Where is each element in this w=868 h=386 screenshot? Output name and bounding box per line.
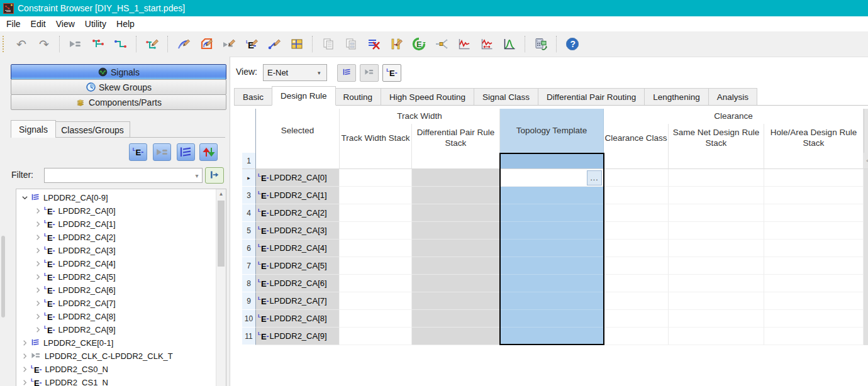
cell-clearance-class[interactable] bbox=[604, 257, 669, 275]
cell-hole-area-design-rule-stack[interactable] bbox=[764, 257, 864, 275]
tree-item[interactable]: LE-LPDDR2_CA[5] bbox=[33, 270, 116, 284]
cell-same-net-design-rule-stack[interactable] bbox=[669, 169, 764, 187]
cell-hole-area-design-rule-stack[interactable] bbox=[764, 169, 864, 187]
left-tab-classes-groups[interactable]: Classes/Groups bbox=[55, 121, 130, 138]
waveform-icon[interactable] bbox=[455, 35, 474, 53]
tab-analysis[interactable]: Analysis bbox=[709, 88, 757, 106]
tab-differential-pair-routing[interactable]: Differential Pair Routing bbox=[538, 88, 645, 106]
cell-topology-template[interactable] bbox=[500, 222, 604, 240]
tree-scrollbar[interactable]: ▲ bbox=[216, 189, 226, 386]
toolbar-drag-handle[interactable] bbox=[3, 36, 6, 52]
cell-selected-name[interactable]: LE-LPDDR2_CA[3] bbox=[256, 222, 340, 240]
cell-clearance-class[interactable] bbox=[604, 187, 669, 204]
tree-item[interactable]: LE-LPDDR2_CA[0] bbox=[33, 204, 116, 218]
tree-item[interactable]: LE-LPDDR2_CS0_N bbox=[20, 363, 108, 376]
tab-high-speed-routing[interactable]: High Speed Routing bbox=[381, 88, 474, 106]
cell-hole-area-design-rule-stack[interactable] bbox=[764, 187, 864, 204]
column-header-selected[interactable]: Selected bbox=[256, 109, 340, 153]
cell-differential-pair-rule-stack[interactable] bbox=[412, 328, 500, 345]
net-topology-icon[interactable] bbox=[89, 35, 108, 53]
cell-clearance-class[interactable] bbox=[604, 292, 669, 310]
row-header[interactable]: 9 bbox=[242, 292, 256, 310]
tree-item[interactable]: LE-LPDDR2_CA[2] bbox=[33, 231, 116, 244]
row-header[interactable]: 7 bbox=[242, 257, 256, 275]
cell-selected-name[interactable]: LE-LPDDR2_CA[9] bbox=[256, 328, 340, 345]
cell-track-width-stack[interactable] bbox=[340, 222, 412, 240]
left-tab-signals[interactable]: Signals bbox=[11, 120, 56, 138]
cell-topology-template-editing[interactable]: ... bbox=[500, 169, 604, 187]
cell-clearance-class[interactable] bbox=[604, 204, 669, 222]
cell-track-width-stack[interactable] bbox=[340, 328, 412, 345]
column-header-differential-pair-rule-stack[interactable]: Differential Pair Rule Stack bbox=[412, 124, 500, 153]
redo-icon[interactable]: ↷ bbox=[35, 35, 53, 53]
tree-item[interactable]: LPDDR2_CLK_C-LPDDR2_CLK_T bbox=[20, 350, 173, 363]
cell-selected-name[interactable]: LE-LPDDR2_CA[8] bbox=[256, 310, 340, 328]
waveform-measure-icon[interactable] bbox=[477, 35, 496, 53]
filter-apply-button[interactable] bbox=[205, 167, 224, 184]
cell-track-width-stack[interactable] bbox=[340, 204, 412, 222]
diff-pair-icon[interactable] bbox=[66, 35, 85, 53]
area-edit-icon[interactable] bbox=[197, 35, 216, 53]
column-header-hole-area-design-rule-stack[interactable]: Hole/Area Design Rule Stack bbox=[764, 124, 864, 153]
row-header[interactable]: 6 bbox=[242, 240, 256, 257]
chevron-right-icon[interactable] bbox=[20, 353, 29, 360]
cell-differential-pair-rule-stack[interactable] bbox=[412, 275, 500, 292]
cell-selected-name[interactable]: LE-LPDDR2_CA[0] bbox=[256, 169, 340, 187]
chevron-right-icon[interactable] bbox=[33, 300, 42, 307]
row-header-1[interactable]: 1 bbox=[242, 153, 256, 169]
cell-clearance-class[interactable] bbox=[604, 275, 669, 292]
tree-item[interactable]: LPDDR2_CKE[0-1] bbox=[20, 336, 113, 350]
tree-item[interactable]: LPDDR2_CA[0-9] bbox=[20, 191, 108, 204]
menu-view[interactable]: View bbox=[51, 18, 80, 30]
category-button-components-parts[interactable]: Components/Parts bbox=[11, 94, 226, 110]
filter-combobox[interactable]: ▾ bbox=[44, 168, 203, 183]
distribution-icon[interactable] bbox=[500, 35, 519, 53]
copy-stack-icon[interactable] bbox=[319, 35, 338, 53]
tab-basic[interactable]: Basic bbox=[234, 88, 272, 106]
net-stub-icon[interactable] bbox=[111, 35, 130, 53]
filter-cell-topology-template[interactable] bbox=[500, 153, 604, 169]
category-button-signals[interactable]: Signals bbox=[11, 64, 226, 80]
cell-differential-pair-rule-stack[interactable] bbox=[412, 187, 500, 204]
chevron-right-icon[interactable] bbox=[33, 234, 42, 241]
no-route-icon[interactable] bbox=[364, 35, 383, 53]
rules-grid-icon[interactable] bbox=[287, 35, 306, 53]
cell-topology-template[interactable] bbox=[500, 275, 604, 292]
cell-selected-name[interactable]: LE-LPDDR2_CA[6] bbox=[256, 275, 340, 292]
row-header[interactable]: 11 bbox=[242, 328, 256, 345]
cell-hole-area-design-rule-stack[interactable] bbox=[764, 204, 864, 222]
cell-topology-template[interactable] bbox=[500, 257, 604, 275]
cell-topology-template[interactable] bbox=[500, 310, 604, 328]
cell-differential-pair-rule-stack[interactable] bbox=[412, 240, 500, 257]
cell-same-net-design-rule-stack[interactable] bbox=[669, 328, 764, 345]
category-button-skew-groups[interactable]: Skew Groups bbox=[11, 79, 226, 95]
pin-edit-icon[interactable] bbox=[265, 35, 284, 53]
enet-refresh-icon[interactable]: E bbox=[409, 35, 428, 53]
cell-track-width-stack[interactable] bbox=[340, 310, 412, 328]
tree-item[interactable]: LE-LPDDR2_CS1_N bbox=[20, 376, 108, 386]
undo-icon[interactable]: ↶ bbox=[12, 35, 31, 53]
chevron-right-icon[interactable] bbox=[33, 273, 42, 280]
scroll-up-icon[interactable]: ▲ bbox=[216, 189, 226, 199]
column-header-clearance-class[interactable]: Clearance Class bbox=[604, 124, 669, 153]
tab-signal-class[interactable]: Signal Class bbox=[474, 88, 538, 106]
cell-track-width-stack[interactable] bbox=[340, 292, 412, 310]
tree-scrollbar-thumb[interactable] bbox=[218, 201, 225, 267]
tab-design-rule[interactable]: Design Rule bbox=[272, 86, 336, 106]
cell-clearance-class[interactable] bbox=[604, 240, 669, 257]
tree-item[interactable]: LE-LPDDR2_CA[3] bbox=[33, 244, 116, 257]
filter-cell[interactable] bbox=[764, 153, 864, 169]
cell-topology-template[interactable] bbox=[500, 187, 604, 204]
left-edge-scrollbar-thumb[interactable] bbox=[1, 236, 5, 317]
tree-item[interactable]: LE-LPDDR2_CA[4] bbox=[33, 257, 116, 270]
cell-same-net-design-rule-stack[interactable] bbox=[669, 204, 764, 222]
cell-differential-pair-rule-stack[interactable] bbox=[412, 257, 500, 275]
curve-edit-icon[interactable] bbox=[174, 35, 193, 53]
column-header-track-width-stack[interactable]: Track Width Stack bbox=[340, 124, 412, 153]
net-topology-edit-icon[interactable] bbox=[143, 35, 162, 53]
cell-track-width-stack[interactable] bbox=[340, 257, 412, 275]
column-header-same-net-design-rule-stack[interactable]: Same Net Design Rule Stack bbox=[669, 124, 764, 153]
cell-differential-pair-rule-stack[interactable] bbox=[412, 292, 500, 310]
row-header[interactable]: 8 bbox=[242, 275, 256, 292]
cell-same-net-design-rule-stack[interactable] bbox=[669, 240, 764, 257]
